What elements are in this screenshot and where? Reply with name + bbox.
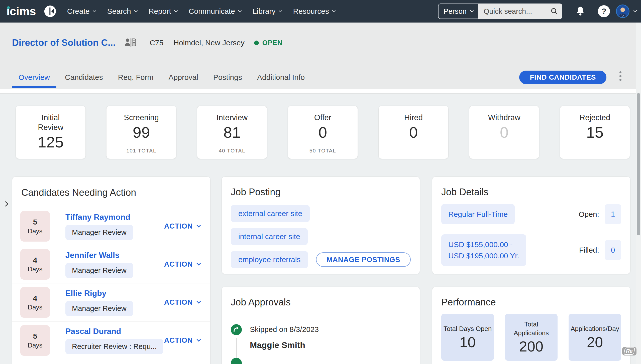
chevron-down-icon — [174, 9, 178, 12]
days-in-status-badge: 5 Days — [20, 211, 50, 242]
panel-title: Candidates Needing Action — [21, 187, 201, 198]
tab-postings[interactable]: Postings — [207, 73, 249, 88]
job-title-row: Director of Solution C... C75 Holmdel, N… — [0, 23, 641, 49]
chevron-down-icon — [197, 261, 201, 265]
help-icon[interactable]: ? — [598, 5, 610, 17]
job-details-panel: Job Details Regular Full-Time Open: 1 US… — [432, 176, 630, 274]
tab-additional-info[interactable]: Additional Info — [251, 73, 311, 88]
candidate-row: 5 Days Pascal Durand Recruiter Review : … — [12, 321, 210, 359]
salary-range-chip: USD $155,000.00 - USD $195,000.00 Yr. — [441, 234, 526, 266]
filled-value: 0 — [605, 240, 621, 260]
candidate-name-link[interactable]: Pascal Durand — [65, 327, 121, 336]
icims-logo[interactable]: icims — [7, 5, 36, 18]
status-badge: OPEN — [262, 39, 283, 47]
expand-side-panel-button[interactable] — [1, 198, 10, 209]
posting-site-chip[interactable]: external career site — [231, 205, 310, 222]
nav-menu: Create Search Report Communicate Library… — [67, 7, 335, 16]
stage-card-withdraw[interactable]: Withdraw 0 — [469, 106, 539, 159]
approval-step: Skipped on 8/3/2023 Maggie Smith — [231, 324, 411, 350]
brand-dot — [7, 6, 10, 9]
re-watermark: Re — [622, 347, 636, 355]
candidate-name-link[interactable]: Ellie Rigby — [65, 289, 106, 298]
pipeline-stage-cards: Initial Review 125 Screening 99 101 TOTA… — [16, 106, 630, 159]
stage-card-initial-review[interactable]: Initial Review 125 — [16, 106, 86, 159]
days-in-status-badge: 4 Days — [20, 249, 50, 280]
panel-title: Job Approvals — [231, 297, 411, 308]
top-nav: icims Create Search Report Communicate L… — [0, 0, 641, 23]
days-in-status-badge: 4 Days — [20, 287, 50, 318]
stage-card-interview[interactable]: Interview 81 40 TOTAL — [197, 106, 267, 159]
nav-item-report[interactable]: Report — [149, 7, 177, 16]
posting-site-chip[interactable]: employee referrals — [231, 251, 308, 268]
panel-title: Performance — [441, 297, 621, 308]
icims-logo-mark-icon — [44, 5, 56, 17]
job-location: Holmdel, New Jersey — [173, 39, 244, 47]
chevron-down-icon — [197, 337, 201, 341]
nav-item-communicate[interactable]: Communicate — [189, 7, 241, 16]
metric-tile-applications-per-day: Applications/Day 20 — [569, 314, 621, 361]
candidate-name-link[interactable]: Tiffany Raymond — [65, 213, 130, 222]
nav-item-search[interactable]: Search — [107, 7, 137, 16]
chevron-down-icon — [332, 9, 336, 12]
job-header: Director of Solution C... C75 Holmdel, N… — [0, 23, 641, 89]
panel-title: Job Posting — [231, 187, 411, 198]
quick-search-input[interactable] — [483, 7, 550, 16]
stage-card-screening[interactable]: Screening 99 101 TOTAL — [106, 106, 176, 159]
chevron-down-icon — [238, 9, 242, 12]
search-scope-dropdown[interactable]: Person — [438, 4, 478, 19]
chevron-down-icon — [134, 9, 138, 12]
stage-card-offer[interactable]: Offer 0 50 TOTAL — [288, 106, 358, 159]
open-label: Open: — [579, 210, 599, 219]
req-id: C75 — [150, 39, 163, 47]
chevron-down-icon — [93, 9, 96, 12]
candidate-row: 4 Days Jennifer Walls Manager Review ACT… — [12, 245, 210, 283]
tab-candidates[interactable]: Candidates — [58, 73, 110, 88]
stage-card-hired[interactable]: Hired 0 — [378, 106, 449, 159]
more-options-kebab-icon[interactable] — [618, 70, 623, 82]
action-dropdown[interactable]: ACTION — [164, 336, 200, 344]
scrollbar-thumb[interactable] — [637, 93, 640, 235]
chevron-down-icon — [197, 223, 201, 227]
nav-right-group: Person ? — [438, 4, 636, 19]
job-posting-panel: Job Posting external career site interna… — [222, 176, 420, 274]
manage-postings-button[interactable]: MANAGE POSTINGS — [316, 252, 411, 267]
candidate-stage-pill: Manager Review — [65, 263, 133, 278]
tab-req-form[interactable]: Req. Form — [112, 73, 160, 88]
nav-item-resources[interactable]: Resources — [293, 7, 335, 16]
tab-overview[interactable]: Overview — [12, 73, 56, 88]
days-in-status-badge: 5 Days — [20, 325, 50, 356]
approval-status-text: Skipped on 8/3/2023 — [250, 324, 411, 334]
find-candidates-button[interactable]: FIND CANDIDATES — [519, 71, 606, 84]
notifications-bell-icon[interactable] — [575, 6, 585, 17]
nav-item-create[interactable]: Create — [67, 7, 96, 16]
chevron-down-icon — [279, 9, 282, 12]
performance-panel: Performance Total Days Open 10 Total App… — [432, 287, 630, 364]
tab-approval[interactable]: Approval — [162, 73, 205, 88]
job-approvals-panel: Job Approvals Skipped on 8/3/2023 Maggie… — [222, 287, 420, 364]
nav-item-library[interactable]: Library — [253, 7, 282, 16]
job-title-link[interactable]: Director of Solution C... — [12, 38, 116, 48]
action-dropdown[interactable]: ACTION — [164, 298, 200, 306]
scrollbar-track[interactable] — [636, 23, 641, 364]
stage-card-rejected[interactable]: Rejected 15 — [560, 106, 630, 159]
metric-tile-total-applications: Total Applications 200 — [505, 314, 558, 361]
user-avatar[interactable] — [616, 5, 629, 18]
quick-search-box — [478, 4, 562, 19]
posting-site-chip[interactable]: internal career site — [231, 228, 308, 245]
candidate-name-link[interactable]: Jennifer Walls — [65, 251, 120, 260]
approval-step-icon — [231, 358, 242, 364]
candidate-row: 5 Days Tiffany Raymond Manager Review AC… — [12, 207, 210, 245]
brand-text: icims — [7, 5, 36, 18]
account-menu-chevron-icon[interactable] — [633, 9, 637, 12]
action-dropdown[interactable]: ACTION — [164, 260, 200, 268]
search-icon[interactable] — [550, 7, 558, 15]
action-dropdown[interactable]: ACTION — [164, 222, 200, 230]
person-doc-icon — [125, 37, 137, 49]
panel-title: Job Details — [441, 187, 621, 198]
candidates-needing-action-panel: Candidates Needing Action 5 Days Tiffany… — [12, 176, 210, 364]
metric-tile-total-days-open: Total Days Open 10 — [441, 314, 494, 361]
candidate-stage-pill: Recruiter Review : Requ... — [65, 339, 163, 354]
avatar-image — [617, 5, 629, 17]
timeline-connector — [236, 338, 237, 358]
filled-label: Filled: — [579, 246, 599, 254]
